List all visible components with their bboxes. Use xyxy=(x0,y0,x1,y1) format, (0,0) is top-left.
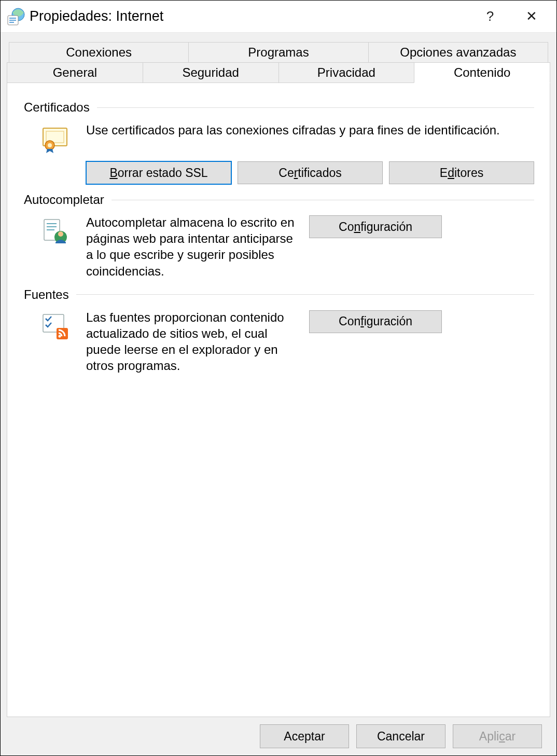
apply-button[interactable]: Aplicar xyxy=(453,724,542,748)
tab-panel-contenido: Certificados xyxy=(7,83,550,717)
help-button[interactable]: ? xyxy=(469,4,511,30)
tab-strip: Conexiones Programas Opciones avanzadas … xyxy=(7,42,550,83)
tab-label: Contenido xyxy=(454,65,510,80)
close-button[interactable]: ✕ xyxy=(511,4,552,30)
group-title: Autocompletar xyxy=(24,193,112,207)
tab-label: Programas xyxy=(248,45,309,60)
dialog-footer: Aceptar Cancelar Aplicar xyxy=(7,717,550,748)
clear-ssl-state-button[interactable]: Borrar estado SSL xyxy=(86,161,231,184)
divider xyxy=(76,294,534,295)
close-icon: ✕ xyxy=(526,8,537,24)
group-title: Certificados xyxy=(24,100,97,115)
autocomplete-icon xyxy=(41,217,69,245)
tab-label: Seguridad xyxy=(182,65,239,80)
autocomplete-settings-button[interactable]: Configuración xyxy=(309,215,442,238)
dialog-body: Conexiones Programas Opciones avanzadas … xyxy=(1,33,556,755)
publishers-button[interactable]: Editores xyxy=(389,161,534,184)
tab-label: General xyxy=(53,65,97,80)
tab-seguridad[interactable]: Seguridad xyxy=(143,62,279,83)
group-title: Fuentes xyxy=(24,287,76,302)
divider xyxy=(112,200,534,200)
tab-general[interactable]: General xyxy=(7,62,143,83)
certificates-description: Use certificados para las conexiones cif… xyxy=(86,122,528,138)
svg-point-17 xyxy=(59,335,61,337)
group-fuentes: Fuentes xyxy=(24,287,534,374)
group-certificados: Certificados xyxy=(24,100,534,184)
certificate-icon xyxy=(41,125,69,153)
button-label: Cancelar xyxy=(377,730,425,744)
tab-label: Conexiones xyxy=(66,45,132,60)
help-icon: ? xyxy=(486,8,494,24)
tab-contenido[interactable]: Contenido xyxy=(414,62,550,83)
button-label: Aceptar xyxy=(284,730,325,744)
certificates-button[interactable]: Certificados xyxy=(238,161,383,184)
tab-privacidad[interactable]: Privacidad xyxy=(278,62,415,83)
divider xyxy=(97,107,534,108)
window-title: Propiedades: Internet xyxy=(30,8,469,24)
internet-options-icon xyxy=(7,7,25,26)
tab-conexiones[interactable]: Conexiones xyxy=(9,42,189,63)
feeds-description: Las fuentes proporcionan contenido actua… xyxy=(86,309,303,374)
tab-opciones-avanzadas[interactable]: Opciones avanzadas xyxy=(368,42,548,63)
feeds-icon xyxy=(41,312,69,340)
svg-point-8 xyxy=(48,143,52,147)
tab-label: Privacidad xyxy=(317,65,375,80)
svg-point-14 xyxy=(58,231,63,237)
group-autocompletar: Autocompletar xyxy=(24,193,534,279)
cancel-button[interactable]: Cancelar xyxy=(356,724,445,748)
ok-button[interactable]: Aceptar xyxy=(260,724,349,748)
button-label: Aplicar xyxy=(479,730,516,744)
svg-rect-16 xyxy=(57,328,68,339)
tab-programas[interactable]: Programas xyxy=(188,42,368,63)
feeds-settings-button[interactable]: Configuración xyxy=(309,310,442,333)
internet-properties-dialog: Propiedades: Internet ? ✕ Conexiones Pro… xyxy=(0,0,557,756)
titlebar: Propiedades: Internet ? ✕ xyxy=(1,1,556,33)
autocomplete-description: Autocompletar almacena lo escrito en pág… xyxy=(86,214,303,279)
tab-label: Opciones avanzadas xyxy=(400,45,516,60)
